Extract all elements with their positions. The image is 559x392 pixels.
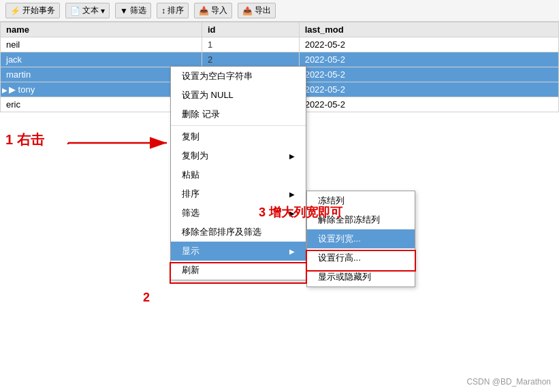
cell-id: 1: [202, 37, 299, 52]
ctx-item-label: 删除 记录: [182, 108, 220, 120]
table-area: name id last_mod neil12022-05-2jack22022…: [0, 22, 559, 392]
ctx-item-0[interactable]: 设置为空白字符串: [171, 67, 306, 86]
filter-btn[interactable]: ▼ 筛选: [115, 3, 151, 18]
cell-last-mod: 2022-05-2: [299, 82, 558, 97]
annotation-step1: 1 右击: [5, 131, 44, 149]
import-icon: 📥: [199, 6, 209, 16]
cell-name: neil: [1, 37, 202, 52]
annotation-step2: 2: [143, 291, 150, 305]
sub-arrow-icon: ▶: [289, 248, 295, 255]
sub-arrow-icon: ▶: [289, 191, 295, 198]
table-header-row: name id last_mod: [1, 22, 559, 37]
ctx-item-9[interactable]: 显示▶: [171, 242, 306, 261]
ctx-item-label: 复制为: [182, 150, 208, 162]
col-header-name: name: [1, 22, 202, 37]
export-btn[interactable]: 📤 导出: [238, 3, 276, 18]
table-row[interactable]: neil12022-05-2: [1, 37, 559, 52]
table-row[interactable]: jack22022-05-2: [1, 52, 559, 67]
filter-label: 筛选: [130, 5, 146, 16]
import-btn[interactable]: 📥 导入: [194, 3, 232, 18]
sub-arrow-icon: ▶: [289, 152, 295, 160]
ctx-item-label: 设置为空白字符串: [182, 70, 253, 82]
cell-last-mod: 2022-05-2: [299, 97, 558, 112]
sub-item-0[interactable]: 冻结列: [307, 191, 415, 210]
col-header-id: id: [202, 22, 299, 37]
text-btn[interactable]: 📄 文本 ▾: [65, 3, 110, 18]
ctx-item-8[interactable]: 移除全部排序及筛选: [171, 223, 306, 242]
cell-last-mod: 2022-05-2: [299, 52, 558, 67]
ctx-item-label: 筛选: [182, 207, 199, 219]
export-label: 导出: [255, 5, 271, 16]
dropdown-arrow: ▾: [101, 6, 105, 16]
ctx-item-6[interactable]: 排序▶: [171, 184, 306, 203]
ctx-item-label: 粘贴: [182, 169, 199, 181]
watermark: CSDN @BD_Marathon: [466, 377, 551, 387]
begin-transaction-label: 开始事务: [22, 5, 55, 16]
ctx-item-label: 移除全部排序及筛选: [182, 226, 261, 238]
ctx-divider: [171, 125, 306, 126]
ctx-item-label: 刷新: [182, 264, 199, 276]
sub-item-3[interactable]: 设置行高...: [307, 248, 415, 267]
ctx-item-label: 显示: [182, 245, 199, 257]
app-window: ⚡ 开始事务 📄 文本 ▾ ▼ 筛选 ↕ 排序 📥 导入 📤 导出: [0, 0, 559, 392]
ctx-item-label: 排序: [182, 188, 199, 200]
cell-name: jack: [1, 52, 202, 67]
cell-last-mod: 2022-05-2: [299, 37, 558, 52]
text-label: 文本: [82, 5, 99, 16]
context-menu: 设置为空白字符串设置为 NULL删除 记录复制复制为▶粘贴排序▶筛选▶移除全部排…: [170, 66, 306, 280]
ctx-item-label: 设置为 NULL: [182, 89, 234, 101]
sort-icon: ↕: [161, 6, 165, 16]
sort-btn[interactable]: ↕ 排序: [157, 3, 189, 18]
transaction-icon: ⚡: [10, 6, 20, 16]
ctx-item-2[interactable]: 删除 记录: [171, 105, 306, 124]
begin-transaction-btn[interactable]: ⚡ 开始事务: [5, 3, 60, 18]
filter-icon: ▼: [120, 6, 128, 16]
sub-item-1[interactable]: 解除全部冻结列: [307, 210, 415, 229]
ctx-item-7[interactable]: 筛选▶: [171, 203, 306, 223]
ctx-item-1[interactable]: 设置为 NULL: [171, 86, 306, 105]
sort-label: 排序: [167, 5, 184, 16]
toolbar: ⚡ 开始事务 📄 文本 ▾ ▼ 筛选 ↕ 排序 📥 导入 📤 导出: [0, 0, 559, 22]
ctx-item-label: 复制: [182, 131, 199, 143]
import-label: 导入: [211, 5, 227, 16]
sub-item-4[interactable]: 显示或隐藏列: [307, 267, 415, 287]
sub-arrow-icon: ▶: [289, 210, 295, 217]
sub-menu: 冻结列解除全部冻结列设置列宽...设置行高...显示或隐藏列: [306, 191, 415, 287]
text-icon: 📄: [70, 6, 80, 16]
cell-last-mod: 2022-05-2: [299, 67, 558, 82]
ctx-item-4[interactable]: 复制为▶: [171, 146, 306, 165]
ctx-item-5[interactable]: 粘贴: [171, 165, 306, 184]
ctx-item-3[interactable]: 复制: [171, 127, 306, 146]
ctx-item-10[interactable]: 刷新: [171, 261, 306, 280]
export-icon: 📤: [242, 6, 253, 16]
col-header-last-mod: last_mod: [299, 22, 558, 37]
sub-item-2[interactable]: 设置列宽...: [307, 229, 415, 248]
cell-id: 2: [202, 52, 299, 67]
